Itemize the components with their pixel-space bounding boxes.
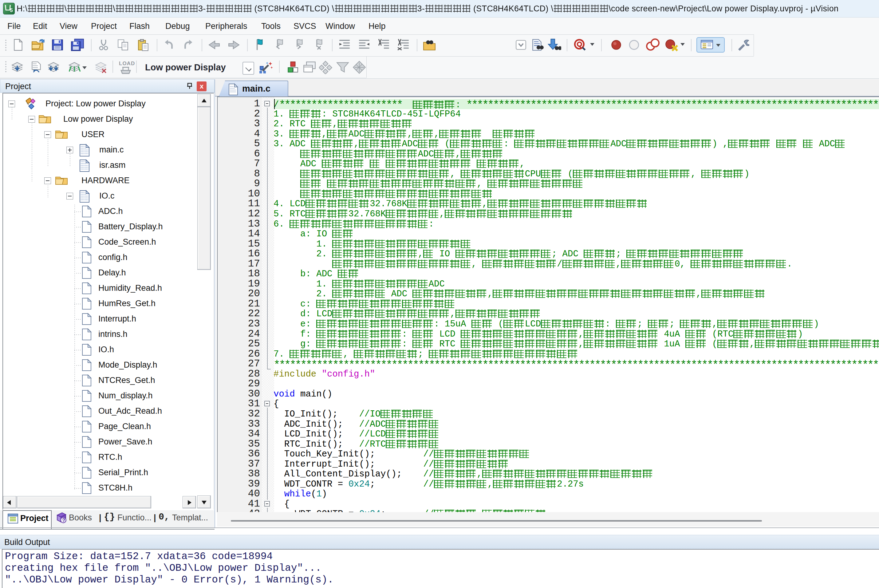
svg-text:?: ? [62, 518, 65, 523]
